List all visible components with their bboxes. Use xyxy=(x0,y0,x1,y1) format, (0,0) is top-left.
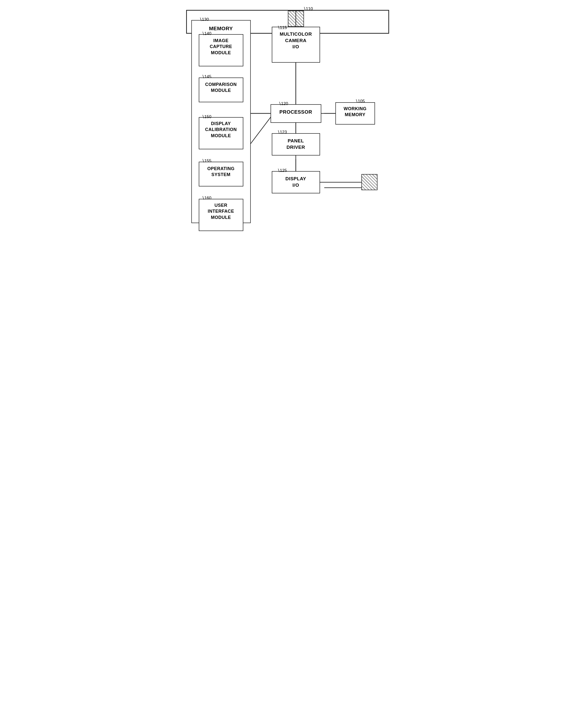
block-multicolor-camera: MULTICOLORCAMERAI/O xyxy=(272,27,320,63)
display-device xyxy=(361,174,377,190)
block-operating-system: OPERATINGSYSTEM xyxy=(199,162,243,187)
block-user-interface: USERINTERFACEMODULE xyxy=(199,199,243,231)
ref-115: ∖115 xyxy=(277,25,287,30)
ref-150: ∖150 xyxy=(202,114,211,119)
diagram-container: ∖110 MULTICOLORCAMERAI/O ∖115 MEMORY ∖13… xyxy=(186,10,389,34)
ref-160: ∖160 xyxy=(202,195,211,201)
block-working-memory: WORKINGMEMORY xyxy=(335,102,375,125)
ref-105: ∖105 xyxy=(355,99,365,104)
block-image-capture: IMAGECAPTUREMODULE xyxy=(199,34,243,66)
ref-130: ∖130 xyxy=(199,17,209,22)
block-comparison: COMPARISONMODULE xyxy=(199,77,243,102)
ref-140: ∖140 xyxy=(202,31,211,36)
block-processor: PROCESSOR xyxy=(271,104,321,123)
ref-120: ∖120 xyxy=(278,101,288,106)
ref-155: ∖155 xyxy=(202,158,211,163)
camera-device xyxy=(288,11,304,27)
ref-125: ∖125 xyxy=(277,168,287,173)
ref-110: ∖110 xyxy=(303,6,313,11)
block-display-io: DISPLAYI/O xyxy=(272,171,320,193)
ref-123: ∖123 xyxy=(277,130,287,135)
block-display-calibration: DISPLAYCALIBRATIONMODULE xyxy=(199,117,243,149)
ref-145: ∖145 xyxy=(202,74,211,79)
block-panel-driver: PANELDRIVER xyxy=(272,133,320,156)
